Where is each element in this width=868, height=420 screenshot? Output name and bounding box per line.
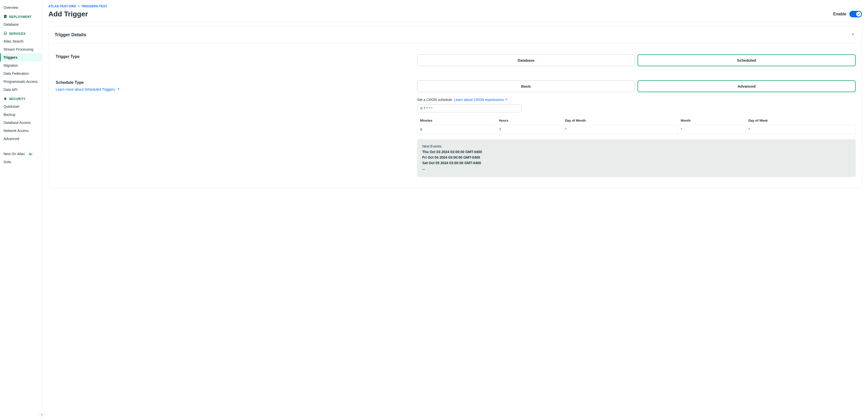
val-minutes: 0 bbox=[417, 125, 496, 134]
svg-rect-1 bbox=[4, 32, 6, 34]
next-event-more: ... bbox=[422, 166, 850, 170]
learn-scheduled-link[interactable]: Learn more about Scheduled Triggers. bbox=[56, 87, 119, 91]
database-stack-icon bbox=[3, 14, 7, 19]
header-divider bbox=[49, 22, 862, 22]
next-event: Sat Oct 05 2024 03:00:00 GMT-0400 bbox=[422, 161, 850, 165]
chevron-down-icon bbox=[850, 32, 856, 38]
col-dom: Day of Month bbox=[562, 116, 678, 125]
svg-rect-3 bbox=[4, 98, 6, 100]
col-month: Month bbox=[678, 116, 746, 125]
sidebar-item-migration[interactable]: Migration bbox=[0, 61, 42, 69]
learn-scheduled-text: Learn more about Scheduled Triggers. bbox=[56, 87, 116, 91]
val-month: * bbox=[678, 125, 746, 134]
breadcrumb-project[interactable]: TRIGGERS-TEST bbox=[81, 4, 107, 8]
learn-cron-link[interactable]: Learn about CRON expressions bbox=[454, 98, 507, 102]
next-event: Thu Oct 03 2024 03:00:00 GMT-0400 bbox=[422, 150, 850, 154]
breadcrumb-separator: > bbox=[78, 4, 80, 8]
val-dom: * bbox=[562, 125, 678, 134]
cron-expression-input[interactable] bbox=[417, 104, 521, 112]
trigger-type-database[interactable]: Database bbox=[417, 54, 635, 66]
col-minutes: Minutes bbox=[417, 116, 496, 125]
sidebar-item-backup[interactable]: Backup bbox=[0, 110, 42, 119]
section-label: SECURITY bbox=[9, 97, 26, 101]
sidebar-item-new-on-atlas[interactable]: New On Atlas 9+ bbox=[0, 150, 42, 158]
sidebar-collapse-button[interactable] bbox=[39, 412, 45, 418]
sidebar-item-overview[interactable]: Overview bbox=[0, 3, 42, 11]
next-events-box: Next Events: Thu Oct 03 2024 03:00:00 GM… bbox=[417, 139, 856, 177]
toggle-knob bbox=[856, 11, 861, 17]
sidebar-item-triggers[interactable]: Triggers bbox=[0, 53, 42, 61]
schedule-type-segmented: Basic Advanced bbox=[417, 80, 856, 92]
sidebar-item-atlas-search[interactable]: Atlas Search bbox=[0, 37, 42, 45]
external-link-icon bbox=[505, 98, 507, 102]
new-count-badge: 9+ bbox=[27, 152, 34, 156]
cron-breakdown-table: Minutes Hours Day of Month Month Day of … bbox=[417, 116, 856, 134]
col-dow: Day of Week bbox=[746, 116, 856, 125]
trigger-details-card: Trigger Details Trigger Type Database Sc… bbox=[49, 26, 862, 188]
cron-helper-text: Set a CRON schedule. bbox=[417, 98, 453, 102]
sidebar-item-network-access[interactable]: Network Access bbox=[0, 127, 42, 135]
sidebar-section-deployment: DEPLOYMENT bbox=[0, 11, 42, 21]
next-event: Fri Oct 04 2024 03:00:00 GMT-0400 bbox=[422, 155, 850, 159]
chevron-left-icon bbox=[41, 413, 43, 417]
sidebar-section-services: SERVICES bbox=[0, 28, 42, 37]
schedule-type-basic[interactable]: Basic bbox=[417, 80, 635, 92]
sidebar: Overview DEPLOYMENT Database SERVICES At… bbox=[0, 0, 42, 420]
section-label: SERVICES bbox=[9, 32, 26, 35]
page-title: Add Trigger bbox=[49, 10, 88, 18]
main-content: ATLAS-TEST-ORG > TRIGGERS-TEST Add Trigg… bbox=[42, 0, 868, 420]
sidebar-item-data-api[interactable]: Data API bbox=[0, 86, 42, 94]
check-icon bbox=[858, 12, 860, 16]
breadcrumb: ATLAS-TEST-ORG > TRIGGERS-TEST bbox=[49, 4, 862, 8]
trigger-type-label: Trigger Type bbox=[56, 54, 407, 59]
sidebar-item-quickstart[interactable]: Quickstart bbox=[0, 102, 42, 110]
table-row: 0 7 * * * bbox=[417, 125, 856, 134]
next-events-label: Next Events: bbox=[422, 144, 850, 148]
trigger-type-segmented: Database Scheduled bbox=[417, 54, 856, 66]
card-title: Trigger Details bbox=[55, 32, 86, 37]
card-header[interactable]: Trigger Details bbox=[49, 27, 862, 43]
enable-toggle[interactable] bbox=[849, 11, 862, 18]
cron-helper-row: Set a CRON schedule. Learn about CRON ex… bbox=[417, 98, 856, 102]
sidebar-item-database-access[interactable]: Database Access bbox=[0, 119, 42, 127]
enable-label: Enable bbox=[833, 12, 846, 17]
sidebar-section-security: SECURITY bbox=[0, 94, 42, 102]
sidebar-item-database[interactable]: Database bbox=[0, 21, 42, 28]
schedule-type-advanced[interactable]: Advanced bbox=[638, 80, 856, 92]
sidebar-item-advanced[interactable]: Advanced bbox=[0, 135, 42, 143]
new-on-atlas-label: New On Atlas bbox=[3, 152, 25, 156]
svg-point-0 bbox=[4, 15, 7, 16]
val-hours: 7 bbox=[496, 125, 562, 134]
sidebar-item-goto[interactable]: Goto bbox=[0, 158, 42, 166]
col-hours: Hours bbox=[496, 116, 562, 125]
trigger-type-scheduled[interactable]: Scheduled bbox=[638, 54, 856, 66]
schedule-type-label: Schedule Type bbox=[56, 80, 407, 85]
learn-cron-text: Learn about CRON expressions bbox=[454, 98, 504, 102]
laptop-icon bbox=[3, 31, 7, 36]
val-dow: * bbox=[746, 125, 856, 134]
sidebar-item-stream-processing[interactable]: Stream Processing bbox=[0, 45, 42, 53]
section-label: DEPLOYMENT bbox=[9, 15, 31, 19]
external-link-icon bbox=[117, 87, 119, 91]
breadcrumb-org[interactable]: ATLAS-TEST-ORG bbox=[49, 4, 76, 8]
sidebar-item-data-federation[interactable]: Data Federation bbox=[0, 69, 42, 77]
lock-icon bbox=[3, 97, 7, 101]
sidebar-item-programmatic-access[interactable]: Programmatic Access bbox=[0, 77, 42, 86]
